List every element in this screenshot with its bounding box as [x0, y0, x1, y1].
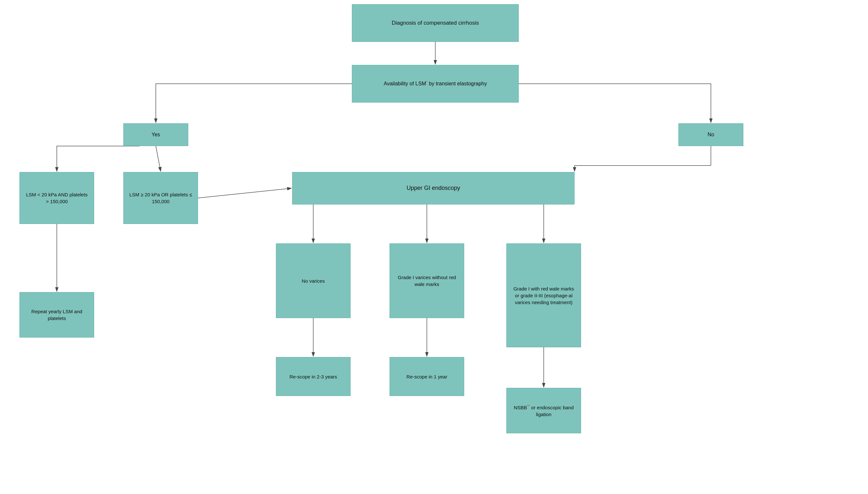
asterisk-lsm: *: [426, 80, 427, 84]
box-rescope-23: Re-scope in 2-3 years: [276, 357, 351, 396]
nsbb-label: NSBB** or endoscopic band ligation: [511, 404, 576, 418]
box-nsbb: NSBB** or endoscopic band ligation: [506, 388, 581, 433]
availability-label: Availability of LSM* by transient elasto…: [384, 80, 487, 88]
box-grade1-no-red: Grade I varices without red wale marks: [390, 243, 464, 318]
grade1-red-label: Grade I with red wale marks or grade II-…: [511, 285, 576, 306]
box-repeat-yearly: Repeat yearly LSM and platelets: [19, 292, 94, 338]
box-yes: Yes: [124, 124, 188, 146]
box-no: No: [678, 124, 743, 146]
box-availability: Availability of LSM* by transient elasto…: [352, 65, 519, 102]
box-rescope-1: Re-scope in 1 year: [390, 357, 464, 396]
box-no-varices: No varices: [276, 243, 351, 318]
box-diagnosis: Diagnosis of compensated cirrhosis: [352, 4, 519, 42]
svg-line-2: [156, 146, 161, 171]
flowchart: Diagnosis of compensated cirrhosis Avail…: [0, 0, 868, 494]
lsm-high-label: LSM ≥ 20 kPa OR platelets ≤ 150,000: [128, 191, 193, 205]
box-grade1-red: Grade I with red wale marks or grade II-…: [506, 243, 581, 347]
svg-line-4: [198, 188, 291, 198]
asterisk-nsbb: **: [527, 404, 530, 408]
box-upper-gi: Upper GI endoscopy: [292, 172, 574, 205]
box-lsm-low: LSM < 20 kPa AND platelets > 150,000: [19, 172, 94, 224]
box-lsm-high: LSM ≥ 20 kPa OR platelets ≤ 150,000: [124, 172, 198, 224]
